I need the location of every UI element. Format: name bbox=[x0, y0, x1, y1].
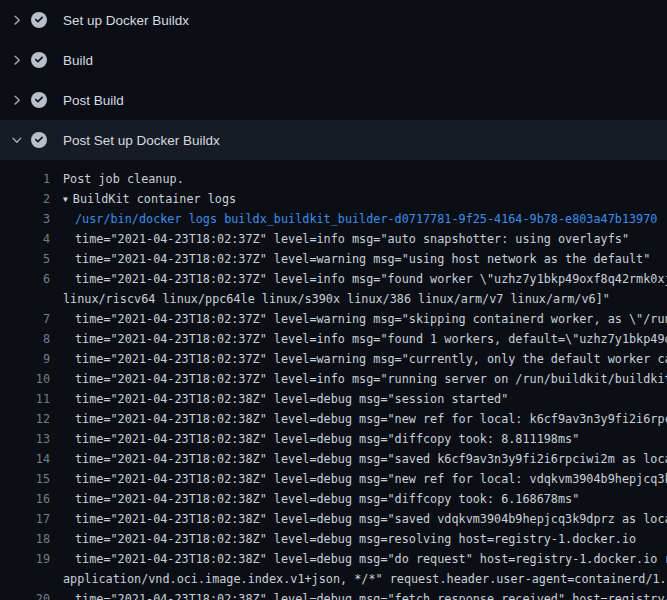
log-line-text: time="2021-04-23T18:02:38Z" level=debug … bbox=[75, 389, 508, 409]
chevron-down-icon bbox=[11, 134, 23, 146]
step-title: Post Build bbox=[63, 93, 124, 108]
log-line-number[interactable]: 1 bbox=[0, 169, 50, 189]
step-sections-list: Set up Docker Buildx Build P bbox=[0, 0, 667, 160]
chevron-right-icon bbox=[11, 94, 23, 106]
chevron-right-icon bbox=[11, 14, 23, 26]
log-line-number[interactable]: 6 bbox=[0, 269, 50, 289]
step-section-header-3[interactable]: Post Build bbox=[0, 80, 667, 120]
log-line-number[interactable]: 5 bbox=[0, 249, 50, 269]
log-line-number[interactable]: 20 bbox=[0, 589, 50, 600]
log-line-number[interactable]: 17 bbox=[0, 509, 50, 529]
log-line: 13 time="2021-04-23T18:02:38Z" level=deb… bbox=[0, 429, 667, 449]
step-section-header-4[interactable]: Post Set up Docker Buildx bbox=[0, 120, 667, 160]
check-circle-icon bbox=[31, 132, 47, 148]
log-line-number[interactable]: 16 bbox=[0, 489, 50, 509]
log-line-number[interactable]: 10 bbox=[0, 369, 50, 389]
log-line: 11 time="2021-04-23T18:02:38Z" level=deb… bbox=[0, 389, 667, 409]
chevron-right-icon bbox=[11, 54, 23, 66]
log-line-number[interactable]: 13 bbox=[0, 429, 50, 449]
log-line-text: time="2021-04-23T18:02:38Z" level=debug … bbox=[75, 489, 579, 509]
group-collapse-toggle-icon[interactable]: ▼ bbox=[63, 190, 68, 209]
log-line-text: linux/riscv64 linux/ppc64le linux/s390x … bbox=[63, 289, 610, 309]
log-line: 20 time="2021-04-23T18:02:38Z" level=deb… bbox=[0, 589, 667, 600]
log-line-text: time="2021-04-23T18:02:38Z" level=debug … bbox=[75, 549, 667, 569]
log-line: linux/riscv64 linux/ppc64le linux/s390x … bbox=[0, 289, 667, 309]
log-line-number[interactable]: 3 bbox=[0, 209, 50, 229]
log-line: 2 ▼BuildKit container logs bbox=[0, 189, 667, 209]
log-line-text: time="2021-04-23T18:02:37Z" level=warnin… bbox=[75, 249, 650, 269]
log-line-number[interactable] bbox=[0, 289, 50, 309]
log-line-text: time="2021-04-23T18:02:37Z" level=warnin… bbox=[75, 349, 667, 369]
log-line-text: time="2021-04-23T18:02:37Z" level=info m… bbox=[75, 369, 667, 389]
log-line: 14 time="2021-04-23T18:02:38Z" level=deb… bbox=[0, 449, 667, 469]
log-line: 16 time="2021-04-23T18:02:38Z" level=deb… bbox=[0, 489, 667, 509]
log-line-text: time="2021-04-23T18:02:38Z" level=debug … bbox=[75, 409, 667, 429]
step-title: Set up Docker Buildx bbox=[63, 13, 189, 28]
log-line: 18 time="2021-04-23T18:02:38Z" level=deb… bbox=[0, 529, 667, 549]
log-line-number[interactable]: 14 bbox=[0, 449, 50, 469]
check-circle-icon bbox=[31, 92, 47, 108]
log-line: 15 time="2021-04-23T18:02:38Z" level=deb… bbox=[0, 469, 667, 489]
log-line-text: time="2021-04-23T18:02:38Z" level=debug … bbox=[75, 429, 579, 449]
actions-log-viewer: Set up Docker Buildx Build P bbox=[0, 0, 667, 600]
check-circle-icon bbox=[31, 52, 47, 68]
log-line-number[interactable]: 4 bbox=[0, 229, 50, 249]
log-line-number[interactable]: 12 bbox=[0, 409, 50, 429]
step-section-header-1[interactable]: Set up Docker Buildx bbox=[0, 0, 667, 40]
log-line-number[interactable]: 2 bbox=[0, 189, 50, 209]
log-line-text: time="2021-04-23T18:02:38Z" level=debug … bbox=[75, 469, 667, 489]
log-line-text: time="2021-04-23T18:02:38Z" level=debug … bbox=[75, 449, 667, 469]
log-line: 4 time="2021-04-23T18:02:37Z" level=info… bbox=[0, 229, 667, 249]
log-line-text: time="2021-04-23T18:02:38Z" level=debug … bbox=[75, 509, 667, 529]
log-line: 1 Post job cleanup. bbox=[0, 169, 667, 189]
step-section-header-2[interactable]: Build bbox=[0, 40, 667, 80]
check-circle-icon bbox=[31, 12, 47, 28]
log-line: 12 time="2021-04-23T18:02:38Z" level=deb… bbox=[0, 409, 667, 429]
log-line: 5 time="2021-04-23T18:02:37Z" level=warn… bbox=[0, 249, 667, 269]
log-line-number[interactable]: 11 bbox=[0, 389, 50, 409]
log-line: application/vnd.oci.image.index.v1+json,… bbox=[0, 569, 667, 589]
log-line-text: time="2021-04-23T18:02:37Z" level=info m… bbox=[75, 269, 667, 289]
log-line: 3 /usr/bin/docker logs buildx_buildkit_b… bbox=[0, 209, 667, 229]
log-line: 9 time="2021-04-23T18:02:37Z" level=warn… bbox=[0, 349, 667, 369]
log-line: 19 time="2021-04-23T18:02:38Z" level=deb… bbox=[0, 549, 667, 569]
log-line-number[interactable]: 7 bbox=[0, 309, 50, 329]
log-line-text: Post job cleanup. bbox=[63, 169, 184, 189]
log-line-text: time="2021-04-23T18:02:37Z" level=info m… bbox=[75, 329, 667, 349]
log-line-number[interactable]: 9 bbox=[0, 349, 50, 369]
log-line-text: time="2021-04-23T18:02:37Z" level=warnin… bbox=[75, 309, 667, 329]
log-line: 10 time="2021-04-23T18:02:37Z" level=inf… bbox=[0, 369, 667, 389]
log-output: 1 Post job cleanup. 2 ▼BuildKit containe… bbox=[0, 160, 667, 600]
log-line-number[interactable] bbox=[0, 569, 50, 589]
log-line-number[interactable]: 15 bbox=[0, 469, 50, 489]
log-line-text: time="2021-04-23T18:02:38Z" level=debug … bbox=[75, 529, 636, 549]
log-line-number[interactable]: 18 bbox=[0, 529, 50, 549]
log-line-number[interactable]: 19 bbox=[0, 549, 50, 569]
log-line-text: application/vnd.oci.image.index.v1+json,… bbox=[63, 569, 667, 589]
log-line-number[interactable]: 8 bbox=[0, 329, 50, 349]
log-line: 17 time="2021-04-23T18:02:38Z" level=deb… bbox=[0, 509, 667, 529]
step-title: Build bbox=[63, 53, 93, 68]
log-line: 6 time="2021-04-23T18:02:37Z" level=info… bbox=[0, 269, 667, 289]
step-title: Post Set up Docker Buildx bbox=[63, 133, 220, 148]
log-group-header[interactable]: ▼BuildKit container logs bbox=[63, 189, 236, 209]
log-line-text: time="2021-04-23T18:02:37Z" level=info m… bbox=[75, 229, 629, 249]
log-line-text: time="2021-04-23T18:02:38Z" level=debug … bbox=[75, 589, 667, 600]
log-line: 7 time="2021-04-23T18:02:37Z" level=warn… bbox=[0, 309, 667, 329]
log-line: 8 time="2021-04-23T18:02:37Z" level=info… bbox=[0, 329, 667, 349]
log-command-text: /usr/bin/docker logs buildx_buildkit_bui… bbox=[75, 209, 657, 229]
